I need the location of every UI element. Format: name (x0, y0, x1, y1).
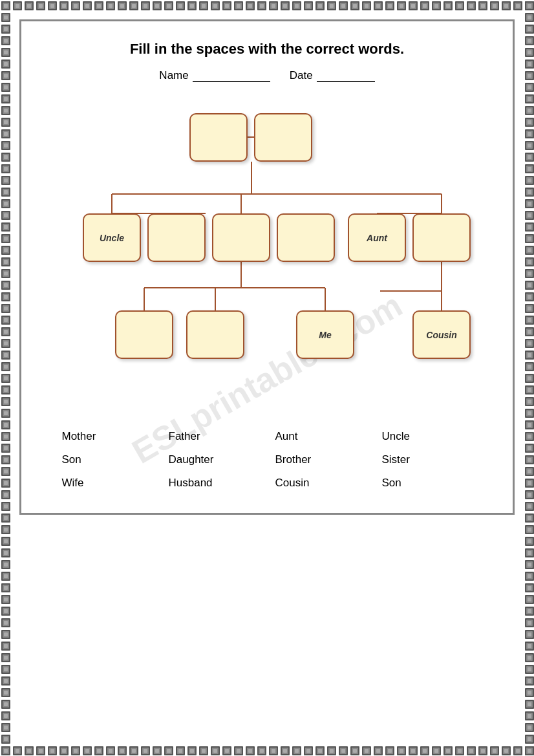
word-row-3: Wife Husband Cousin Son (54, 477, 480, 490)
date-input-field[interactable] (317, 69, 375, 82)
word-wife: Wife (62, 477, 153, 490)
tree-box-cousin: Cousin (412, 310, 471, 359)
word-son2: Son (382, 477, 473, 490)
tree-box-mother (277, 213, 335, 262)
word-brother: Brother (275, 453, 366, 466)
word-son: Son (62, 453, 153, 466)
word-mother: Mother (62, 430, 153, 443)
page-title: Fill in the spaces with the correct word… (47, 41, 487, 58)
tree-box-uncle-partner (147, 213, 206, 262)
tree-box-aunt-partner (412, 213, 471, 262)
word-row-2: Son Daughter Brother Sister (54, 453, 480, 466)
tree-box-father (212, 213, 270, 262)
word-cousin: Cousin (275, 477, 366, 490)
word-row-1: Mother Father Aunt Uncle (54, 430, 480, 443)
word-daughter: Daughter (169, 453, 259, 466)
svg-rect-5 (0, 0, 12, 756)
date-label: Date (290, 69, 313, 82)
tree-box-me: Me (296, 310, 354, 359)
tree-box-grandpa (189, 113, 248, 162)
svg-rect-6 (522, 0, 534, 756)
word-sister: Sister (382, 453, 473, 466)
family-tree: Uncle Aunt Me Cousin (47, 100, 487, 411)
tree-box-uncle: Uncle (83, 213, 141, 262)
tree-box-aunt: Aunt (348, 213, 406, 262)
word-husband: Husband (169, 477, 259, 490)
tree-box-daughter (186, 310, 244, 359)
word-bank: Mother Father Aunt Uncle Son Daughter Br… (47, 430, 487, 490)
name-label: Name (159, 69, 188, 82)
word-uncle: Uncle (382, 430, 473, 443)
tree-box-uncle-child (115, 310, 173, 359)
word-aunt: Aunt (275, 430, 366, 443)
svg-rect-4 (0, 744, 534, 756)
word-father: Father (169, 430, 259, 443)
svg-rect-3 (0, 0, 534, 12)
tree-box-grandma (254, 113, 312, 162)
name-input-field[interactable] (193, 69, 270, 82)
